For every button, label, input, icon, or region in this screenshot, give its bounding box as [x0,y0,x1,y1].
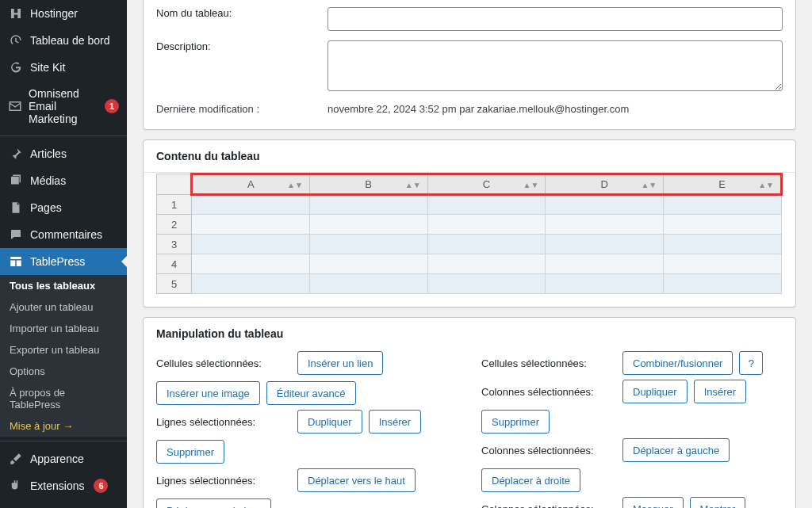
cell-b1[interactable] [309,195,427,215]
submenu-export-table[interactable]: Exporter un tableau [0,339,127,361]
insert-link-button[interactable]: Insérer un lien [297,351,383,375]
sidebar-item-omnisend[interactable]: Omnisend Email Marketing 1 [0,81,127,132]
row-header-5[interactable]: 5 [157,274,192,294]
cell-b2[interactable] [309,215,427,235]
row-manipulation-column: Cellules sélectionnées: Insérer un lien … [156,346,458,508]
cell-e1[interactable] [664,195,782,215]
sidebar-item-users[interactable]: Comptes [0,499,127,508]
sidebar-item-sitekit[interactable]: Site Kit [0,54,127,81]
sidebar-submenu: Tous les tableaux Ajouter un tableau Imp… [0,275,127,437]
comment-icon [8,227,24,242]
sidebar-separator [0,441,127,441]
spreadsheet-corner[interactable] [157,174,192,195]
table-description-input[interactable] [327,40,783,91]
sidebar-item-posts[interactable]: Articles [0,140,127,167]
cell-c1[interactable] [427,195,546,215]
table-manipulation-panel: Manipulation du tableau Cellules sélecti… [143,317,796,508]
cell-e4[interactable] [664,254,782,274]
table-info-panel: Nom du tableau: Description: Dernière mo… [143,0,796,130]
combine-merge-button[interactable]: Combiner/fusionner [622,351,733,375]
row-header-3[interactable]: 3 [157,235,192,254]
insert-columns-button[interactable]: Insérer [694,380,746,403]
last-modified-value: novembre 22, 2024 3:52 pm par zakariae.m… [327,103,783,115]
cell-d2[interactable] [546,215,664,235]
column-header-b[interactable]: B▲▼ [309,174,427,195]
move-rows-down-button[interactable]: Déplacer vers le bas [156,498,271,508]
cell-a5[interactable] [192,274,310,294]
column-header-c[interactable]: C▲▼ [427,174,546,195]
column-header-label: B [365,178,372,190]
duplicate-rows-button[interactable]: Dupliquer [297,410,362,434]
column-header-e[interactable]: E▲▼ [664,174,782,195]
column-header-a[interactable]: A▲▼ [192,174,310,195]
sidebar-item-appearance[interactable]: Apparence [0,445,127,472]
submenu-import-table[interactable]: Importer un tableau [0,318,127,339]
table-name-input[interactable] [327,7,783,31]
sort-icon: ▲▼ [405,180,421,189]
hostinger-icon [8,6,24,21]
submenu-about[interactable]: À propos de TablePress [0,382,127,415]
submenu-add-table[interactable]: Ajouter un tableau [0,296,127,318]
column-header-label: A [247,178,255,190]
sidebar-item-hostinger[interactable]: Hostinger [0,0,127,27]
cell-e3[interactable] [664,235,782,254]
submenu-update[interactable]: Mise à jour → [0,415,127,437]
cell-c5[interactable] [427,274,546,294]
cell-d5[interactable] [546,274,664,294]
insert-image-button[interactable]: Insérer une image [156,381,260,405]
sidebar-item-media[interactable]: Médias [0,167,127,194]
selected-columns-label: Colonnes sélectionnées: [481,503,616,509]
notification-badge: 6 [94,479,108,493]
duplicate-columns-button[interactable]: Dupliquer [622,380,688,403]
cell-e2[interactable] [664,215,782,235]
main-content: Nom du tableau: Description: Dernière mo… [127,0,812,508]
row-header-2[interactable]: 2 [157,215,192,235]
sidebar-item-comments[interactable]: Commentaires [0,221,127,248]
table-content-panel: Contenu du tableau A▲▼B▲▼C▲▼D▲▼E▲▼ 12345 [143,139,796,307]
cell-b3[interactable] [309,235,427,254]
hide-columns-button[interactable]: Masquer [622,497,684,508]
cell-c4[interactable] [427,254,546,274]
cell-e5[interactable] [664,274,782,294]
cell-d4[interactable] [546,254,664,274]
move-columns-left-button[interactable]: Déplacer à gauche [622,438,730,462]
sidebar-item-tablepress[interactable]: TablePress [0,248,127,275]
sidebar-item-label: Site Kit [30,61,65,74]
delete-columns-button[interactable]: Supprimer [481,410,550,434]
cell-d1[interactable] [546,195,664,215]
selected-rows-label: Lignes sélectionnées: [156,416,291,428]
combine-help-button[interactable]: ? [739,351,763,375]
mail-icon [8,99,22,113]
show-columns-button[interactable]: Montrer [690,497,746,508]
column-header-label: E [718,178,726,190]
spreadsheet[interactable]: A▲▼B▲▼C▲▼D▲▼E▲▼ 12345 [156,173,783,294]
plugin-icon [8,479,24,493]
submenu-options[interactable]: Options [0,361,127,382]
submenu-all-tables[interactable]: Tous les tableaux [0,275,127,296]
sidebar-item-dashboard[interactable]: Tableau de bord [0,27,127,54]
move-rows-up-button[interactable]: Déplacer vers le haut [297,468,416,492]
row-header-1[interactable]: 1 [157,195,192,215]
insert-rows-button[interactable]: Insérer [369,410,421,434]
cell-a4[interactable] [192,254,310,274]
cell-b5[interactable] [309,274,427,294]
cell-d3[interactable] [546,235,664,254]
advanced-editor-button[interactable]: Éditeur avancé [266,381,356,405]
sidebar-item-plugins[interactable]: Extensions 6 [0,472,127,499]
move-columns-right-button[interactable]: Déplacer à droite [481,468,580,492]
sort-icon: ▲▼ [523,180,539,189]
delete-rows-button[interactable]: Supprimer [156,440,224,464]
column-header-d[interactable]: D▲▼ [546,174,664,195]
selected-columns-label: Colonnes sélectionnées: [481,445,616,456]
sidebar-item-pages[interactable]: Pages [0,194,127,221]
pin-icon [8,147,24,161]
cell-a3[interactable] [192,235,310,254]
cell-b4[interactable] [309,254,427,274]
cell-c3[interactable] [427,235,546,254]
cell-c2[interactable] [427,215,546,235]
cell-a2[interactable] [192,215,310,235]
row-header-4[interactable]: 4 [157,254,192,274]
sidebar-item-label: Hostinger [30,7,78,20]
sort-icon: ▲▼ [758,180,774,189]
cell-a1[interactable] [192,195,310,215]
